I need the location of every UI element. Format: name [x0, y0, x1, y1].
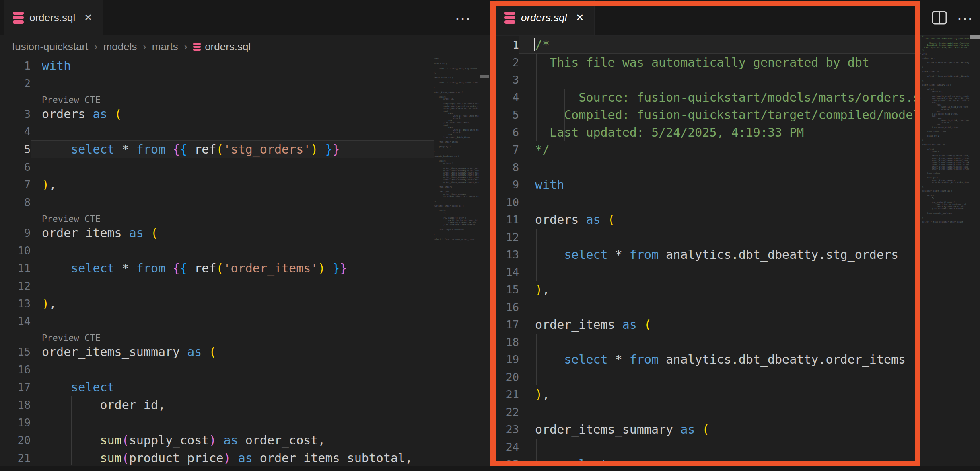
line-number: 1 — [0, 57, 31, 75]
code-text — [31, 123, 434, 141]
chevron-right-icon: › — [142, 40, 146, 53]
vscode-window: orders.sql ✕ ⋯ fusion-quickstart › model… — [0, 0, 980, 471]
code-line: 9order_items as ( — [0, 224, 434, 242]
code-text — [31, 242, 434, 260]
left-tab-label: orders.sql — [29, 12, 75, 24]
line-number: 9 — [0, 224, 31, 242]
line-number: 13 — [0, 295, 31, 313]
code-lens-preview-cte[interactable]: Preview CTE — [42, 95, 101, 105]
line-number: 6 — [0, 158, 31, 176]
code-text: order_items_summary as ( — [31, 343, 434, 361]
code-text: order_items as ( — [31, 224, 434, 242]
code-text — [31, 158, 434, 176]
left-code-editor[interactable]: 1with2Preview CTE3orders as (45 select *… — [0, 57, 434, 465]
left-tab-bar: orders.sql ✕ ⋯ — [0, 0, 490, 36]
code-lens-preview-cte[interactable]: Preview CTE — [42, 333, 101, 343]
code-text: select — [31, 379, 434, 396]
indent-guide — [43, 361, 43, 465]
code-line: 5 select * from {{ ref('stg_orders') }} — [0, 141, 434, 158]
code-line: 10 — [0, 242, 434, 260]
chevron-right-icon: › — [184, 40, 187, 53]
code-line: 19 — [0, 414, 434, 432]
line-number: 19 — [0, 414, 31, 432]
line-number: 8 — [0, 194, 31, 211]
breadcrumb: fusion-quickstart › models › marts › ord… — [0, 35, 490, 58]
line-number: 20 — [0, 432, 31, 449]
code-line: 13), — [0, 295, 434, 313]
code-text: sum(supply_cost) as order_cost, — [31, 432, 434, 449]
code-text — [31, 194, 434, 211]
code-line: 20 sum(supply_cost) as order_cost, — [0, 432, 434, 449]
code-lens-preview-cte[interactable]: Preview CTE — [42, 214, 101, 224]
breadcrumb-file[interactable]: orders.sql — [205, 41, 251, 53]
highlight-annotation-border — [490, 1, 920, 466]
overview-cursor-mark — [970, 35, 980, 39]
code-text: with — [31, 57, 434, 75]
code-line: 8 — [0, 194, 434, 211]
code-line: 3orders as ( — [0, 105, 434, 123]
chevron-right-icon: › — [94, 40, 97, 53]
code-line: 12 — [0, 277, 434, 295]
code-text — [31, 361, 434, 379]
code-line: 21 sum(product_price) as order_items_sub… — [0, 449, 434, 465]
code-text: orders as ( — [31, 105, 434, 123]
split-editor-icon[interactable] — [932, 11, 947, 25]
code-line: 6 — [0, 158, 434, 176]
code-lens-row: Preview CTE — [0, 211, 434, 224]
line-number: 17 — [0, 379, 31, 396]
line-number: 2 — [0, 75, 31, 92]
code-text: ), — [31, 176, 434, 194]
code-line: 16 — [0, 361, 434, 379]
line-number: 21 — [0, 449, 31, 465]
left-minimap[interactable]: with orders as ( select * from {{ ref('s… — [434, 58, 479, 315]
indent-guide — [71, 396, 72, 465]
code-text — [31, 414, 434, 432]
code-lens-row: Preview CTE — [0, 330, 434, 343]
code-text: select * from {{ ref('stg_orders') }} — [31, 140, 434, 158]
code-line: 1with — [0, 57, 434, 75]
code-text: ), — [31, 295, 434, 313]
code-text — [31, 313, 434, 330]
line-number: 3 — [0, 105, 31, 123]
line-number: 12 — [0, 277, 31, 295]
code-line: 17 select — [0, 379, 434, 396]
code-line: 2 — [0, 75, 434, 92]
dbt-file-icon — [13, 12, 24, 24]
line-number: 10 — [0, 242, 31, 260]
window-bottom-edge — [0, 466, 980, 471]
dbt-file-icon — [193, 43, 201, 51]
code-text: sum(product_price) as order_items_subtot… — [31, 449, 434, 465]
overview-cursor-mark — [480, 75, 489, 78]
left-scrollbar[interactable] — [479, 58, 490, 466]
code-line: 18 order_id, — [0, 396, 434, 414]
close-icon[interactable]: ✕ — [82, 11, 94, 24]
code-line: 4 — [0, 123, 434, 141]
code-line: 14 — [0, 313, 434, 330]
more-actions-icon[interactable]: ⋯ — [455, 10, 473, 27]
indent-guide — [43, 123, 43, 176]
more-actions-icon[interactable]: ⋯ — [957, 10, 975, 27]
line-number: 7 — [0, 176, 31, 194]
line-number: 14 — [0, 313, 31, 330]
code-text — [31, 277, 434, 295]
right-minimap[interactable]: /* This file was automatically generated… — [922, 35, 969, 293]
code-text — [31, 75, 434, 92]
left-tab-orders-sql[interactable]: orders.sql ✕ — [4, 0, 103, 35]
code-text: order_id, — [31, 396, 434, 414]
code-lens-row: Preview CTE — [0, 92, 434, 105]
line-number: 15 — [0, 343, 31, 361]
breadcrumb-marts[interactable]: marts — [152, 41, 178, 53]
line-number: 18 — [0, 396, 31, 414]
code-line: 15order_items_summary as ( — [0, 343, 434, 361]
line-number: 4 — [0, 123, 31, 141]
code-line: 11 select * from {{ ref('order_items') }… — [0, 260, 434, 277]
line-number: 16 — [0, 361, 31, 379]
right-scrollbar[interactable] — [969, 35, 980, 466]
breadcrumb-models[interactable]: models — [103, 41, 137, 53]
code-line: 7), — [0, 176, 434, 194]
breadcrumb-project[interactable]: fusion-quickstart — [12, 41, 88, 53]
line-number: 11 — [0, 260, 31, 277]
code-text: select * from {{ ref('order_items') }} — [31, 260, 434, 277]
line-number: 5 — [0, 141, 31, 158]
indent-guide — [43, 242, 43, 295]
